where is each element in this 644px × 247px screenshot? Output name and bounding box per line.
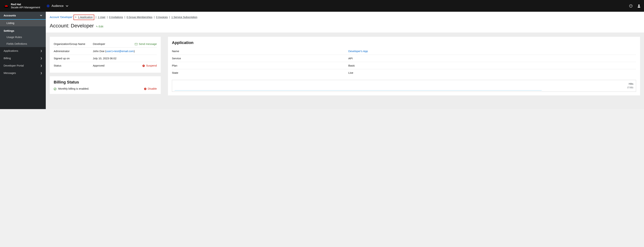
sidebar-item-usage-rules[interactable]: Usage Rules	[0, 34, 46, 40]
sidebar-item-messages[interactable]: Messages ❯	[0, 69, 46, 77]
signed-label: Signed up on	[54, 55, 93, 62]
audience-label: Audience	[52, 4, 64, 8]
hits-chart: Hits 0 hits	[172, 80, 636, 92]
billing-status-card: Billing Status Monthly billing is enable…	[50, 76, 161, 94]
svg-text:?: ?	[630, 5, 632, 7]
svg-rect-10	[145, 88, 145, 89]
pause-circle-icon	[144, 88, 146, 90]
sidebar-item-applications[interactable]: Applications ❯	[0, 47, 46, 55]
crumb-application[interactable]: 1 Application	[78, 16, 93, 19]
crumb-invitations[interactable]: 0 Invitations	[109, 16, 123, 19]
app-name-link[interactable]: Developer's App	[348, 50, 368, 53]
app-plan-value: Basic	[348, 62, 636, 69]
crumb-header: Account 'Developer' > 1 Application | 1 …	[46, 12, 644, 33]
svg-point-3	[638, 5, 640, 6]
billing-text: Monthly billing is enabled.	[54, 87, 89, 90]
billing-title: Billing Status	[54, 80, 157, 85]
sidebar-item-listing[interactable]: Listing	[0, 19, 46, 26]
chevron-right-icon: ❯	[40, 72, 42, 74]
chevron-right-icon: ❯	[40, 64, 42, 67]
brand-line2: 3scale API Management	[11, 6, 40, 9]
svg-point-5	[142, 65, 145, 67]
check-circle-icon	[54, 88, 56, 90]
pause-circle-icon	[142, 65, 145, 67]
hits-value: 0 hits	[174, 86, 633, 89]
user-icon[interactable]	[638, 4, 640, 8]
svg-point-9	[144, 88, 146, 90]
app-state-value: Live	[348, 69, 636, 76]
crumb-invoices[interactable]: 0 Invoices	[156, 16, 168, 19]
status-value: Approved	[93, 62, 116, 69]
disable-billing-link[interactable]: Disable	[144, 87, 157, 90]
brand-text: Red Hat 3scale API Management	[11, 3, 40, 9]
pencil-icon: ✎	[96, 25, 98, 28]
sidebar-item-developer-portal[interactable]: Developer Portal ❯	[0, 62, 46, 69]
main-content: Account 'Developer' > 1 Application | 1 …	[46, 12, 644, 109]
hits-label: Hits	[174, 82, 633, 85]
admin-email-link[interactable]: user1+test@email.com	[106, 50, 134, 53]
envelope-icon	[135, 43, 138, 45]
page-title: Account: Developer ✎ Edit	[50, 23, 640, 29]
redhat-logo-icon	[4, 4, 9, 8]
application-card: Application Name Developer's App Service…	[168, 37, 640, 95]
top-bar: Red Hat 3scale API Management Audience ?	[0, 0, 644, 12]
application-title: Application	[172, 40, 636, 45]
brand: Red Hat 3scale API Management	[4, 3, 43, 9]
edit-link[interactable]: ✎ Edit	[96, 25, 103, 28]
app-plan-label: Plan	[172, 62, 348, 69]
crumb-service-subscription[interactable]: 1 Service Subscription	[171, 16, 197, 19]
crumb-group-memberships[interactable]: 0 Group Memberships	[126, 16, 152, 19]
chevron-right-icon: ❯	[40, 57, 42, 60]
brand-line1: Red Hat	[11, 3, 40, 6]
chevron-down-icon	[66, 5, 68, 7]
chevron-down-icon	[40, 15, 42, 16]
topbar-icons: ?	[629, 4, 640, 8]
breadcrumb: Account 'Developer' > 1 Application | 1 …	[50, 15, 640, 20]
audience-dropdown[interactable]: Audience	[47, 4, 68, 8]
app-state-label: State	[172, 69, 348, 76]
app-service-value: API	[348, 55, 636, 62]
sidebar-item-accounts[interactable]: Accounts	[0, 12, 46, 19]
account-details-card: Organization/Group Name Developer Send m…	[50, 37, 161, 73]
admin-value: John Doe (user1+test@email.com)	[93, 48, 157, 55]
sidebar: Accounts Listing Settings Usage Rules Fi…	[0, 12, 46, 109]
hits-sparkline	[174, 90, 542, 91]
app-service-label: Service	[172, 55, 348, 62]
svg-point-8	[54, 88, 56, 90]
highlighted-crumb: > 1 Application	[74, 15, 94, 20]
suspend-link[interactable]: Suspend	[142, 64, 157, 67]
org-label: Organization/Group Name	[54, 40, 93, 48]
svg-rect-7	[144, 65, 144, 66]
svg-rect-6	[143, 65, 144, 66]
admin-label: Administrator	[54, 48, 93, 55]
signed-value: July 10, 2023 06:02	[93, 55, 157, 62]
svg-rect-11	[146, 88, 146, 89]
app-name-label: Name	[172, 48, 348, 55]
sidebar-item-billing[interactable]: Billing ❯	[0, 55, 46, 62]
status-label: Status	[54, 62, 93, 69]
crumb-account[interactable]: Account 'Developer'	[50, 16, 73, 19]
help-icon[interactable]: ?	[629, 4, 632, 8]
org-value: Developer	[93, 40, 116, 48]
crumb-user[interactable]: 1 User	[98, 16, 106, 19]
chevron-right-icon: ❯	[40, 50, 42, 52]
sidebar-group-settings: Settings	[0, 26, 46, 34]
sidebar-item-fields-definitions[interactable]: Fields Definitions	[0, 40, 46, 47]
send-message-link[interactable]: Send message	[135, 42, 157, 46]
audience-dot-icon	[47, 5, 49, 7]
